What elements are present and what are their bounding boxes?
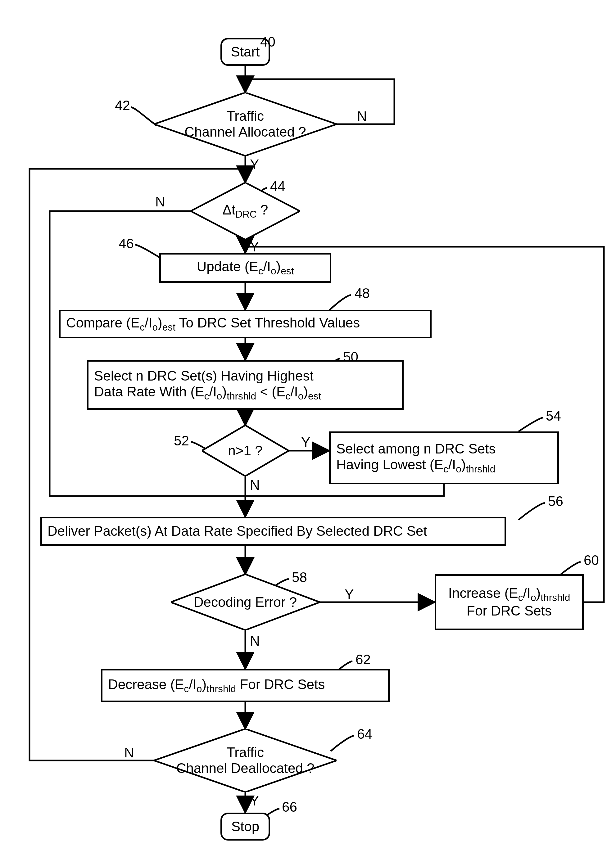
alloc-line1: Traffic bbox=[227, 108, 264, 123]
label-dealloc-y: Y bbox=[250, 793, 259, 809]
ref-42: 42 bbox=[115, 98, 130, 113]
dtdrc-post: ? bbox=[257, 202, 268, 217]
step-select-n: Select n DRC Set(s) Having Highest Data … bbox=[87, 360, 404, 410]
t: o bbox=[217, 390, 222, 401]
t: c bbox=[285, 390, 290, 401]
ngt1-label: n>1 ? bbox=[228, 443, 262, 459]
ref-58: 58 bbox=[292, 569, 307, 585]
t: For DRC Sets bbox=[467, 603, 552, 618]
ref-60: 60 bbox=[584, 553, 599, 568]
t: ) bbox=[536, 586, 541, 600]
decision-traffic-allocated: TrafficChannel Allocated ? bbox=[154, 92, 337, 156]
t: o bbox=[196, 683, 202, 694]
t: /I bbox=[523, 586, 531, 600]
t: est bbox=[162, 322, 175, 333]
t: Decrease (E bbox=[108, 677, 184, 692]
alloc-line2: Channel Allocated ? bbox=[184, 124, 306, 139]
t: Select among n DRC Sets bbox=[336, 441, 496, 456]
ref-62: 62 bbox=[356, 652, 371, 667]
ref-54: 54 bbox=[546, 408, 561, 424]
t: c bbox=[258, 265, 263, 277]
t: /I bbox=[290, 384, 298, 399]
t: ) bbox=[222, 384, 227, 399]
t: ) bbox=[202, 677, 206, 692]
ref-52: 52 bbox=[174, 433, 189, 449]
t: For DRC Sets bbox=[236, 677, 325, 692]
t: Having Lowest (E bbox=[336, 457, 443, 472]
t: thrshld bbox=[466, 463, 495, 474]
step-compare-thresholds: Compare (Ec/Io)est To DRC Set Threshold … bbox=[59, 310, 432, 338]
t: c bbox=[204, 390, 209, 401]
t: Select n DRC Set(s) Having Highest bbox=[94, 368, 313, 383]
t: Update (E bbox=[197, 259, 258, 274]
t: est bbox=[281, 265, 294, 277]
step-increase-threshold: Increase (Ec/Io)thrshld For DRC Sets bbox=[435, 574, 584, 630]
t: thrshld bbox=[227, 390, 256, 401]
dealloc-line1: Traffic bbox=[227, 745, 264, 760]
t: o bbox=[271, 265, 276, 277]
label-dealloc-n: N bbox=[124, 745, 134, 761]
dtdrc-sub: DRC bbox=[235, 209, 257, 220]
ref-46: 46 bbox=[119, 236, 134, 251]
stop-label: Stop bbox=[231, 819, 260, 835]
t: c bbox=[184, 683, 189, 694]
t: o bbox=[456, 463, 462, 474]
t: < (E bbox=[256, 384, 285, 399]
step-update-est: Update (Ec/Io)est bbox=[159, 253, 331, 283]
t: ) bbox=[276, 259, 281, 274]
t: /I bbox=[263, 259, 270, 274]
flowchart: Start TrafficChannel Allocated ? ΔtDRC ?… bbox=[0, 0, 616, 848]
t: /I bbox=[189, 677, 196, 692]
label-dtdrc-n: N bbox=[155, 194, 165, 209]
ref-40: 40 bbox=[260, 34, 275, 50]
stop-node: Stop bbox=[220, 812, 270, 841]
label-alloc-y: Y bbox=[250, 157, 259, 172]
t: c bbox=[140, 322, 145, 333]
decerr-label: Decoding Error ? bbox=[194, 594, 297, 610]
step-deliver-packets: Deliver Packet(s) At Data Rate Specified… bbox=[40, 517, 506, 546]
t: Data Rate With (E bbox=[94, 384, 204, 399]
label-alloc-n: N bbox=[357, 109, 367, 124]
t: thrshld bbox=[206, 683, 236, 694]
ref-66: 66 bbox=[282, 799, 297, 815]
label-ngt1-n: N bbox=[250, 477, 260, 493]
ref-64: 64 bbox=[357, 726, 372, 742]
t: thrshld bbox=[540, 592, 570, 603]
label-dtdrc-y: Y bbox=[250, 239, 259, 255]
t: ) bbox=[303, 384, 308, 399]
t: To DRC Set Threshold Values bbox=[175, 315, 360, 330]
t: c bbox=[443, 463, 448, 474]
ref-56: 56 bbox=[548, 494, 563, 509]
t: ) bbox=[158, 315, 162, 330]
t: /I bbox=[209, 384, 217, 399]
t: Deliver Packet(s) At Data Rate Specified… bbox=[47, 523, 427, 539]
t: o bbox=[531, 592, 536, 603]
ref-44: 44 bbox=[270, 178, 285, 194]
t: /I bbox=[145, 315, 152, 330]
dealloc-line2: Channel Deallocated ? bbox=[176, 761, 314, 776]
decision-traffic-deallocated: TrafficChannel Deallocated ? bbox=[154, 729, 337, 792]
ref-50: 50 bbox=[343, 349, 358, 365]
dtdrc-pre: Δt bbox=[223, 202, 236, 217]
t: Compare (E bbox=[66, 315, 140, 330]
label-decerr-n: N bbox=[250, 633, 260, 649]
t: c bbox=[518, 592, 523, 603]
step-select-among: Select among n DRC Sets Having Lowest (E… bbox=[329, 431, 559, 484]
label-ngt1-y: Y bbox=[301, 434, 310, 450]
t: ) bbox=[462, 457, 466, 472]
ref-48: 48 bbox=[355, 286, 370, 301]
decision-n-gt-1: n>1 ? bbox=[202, 425, 289, 476]
step-decrease-threshold: Decrease (Ec/Io)thrshld For DRC Sets bbox=[101, 669, 390, 702]
t: Increase (E bbox=[448, 586, 518, 600]
t: o bbox=[152, 322, 158, 333]
label-decerr-y: Y bbox=[344, 587, 354, 602]
t: /I bbox=[448, 457, 456, 472]
t: est bbox=[308, 390, 321, 401]
t: o bbox=[298, 390, 304, 401]
start-label: Start bbox=[231, 44, 260, 60]
